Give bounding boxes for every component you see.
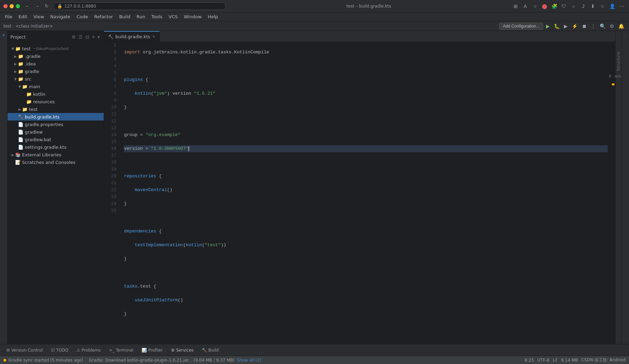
code-line-19: useJUnitPlatform() xyxy=(124,297,608,304)
search-btn[interactable]: 🔍 xyxy=(598,23,607,30)
bottom-tab-todo[interactable]: ☑ TODO xyxy=(48,346,72,355)
tree-item-settings-gradle[interactable]: 📄 settings.gradle.kts xyxy=(8,143,104,151)
cursor-position[interactable]: 8:25 xyxy=(525,358,534,363)
extension-icon[interactable]: 🧩 xyxy=(550,2,558,10)
code-area[interactable]: 1 2 3 4 5 6 7 8 9 10 11 12 13 14 15 16 1… xyxy=(104,42,615,344)
tree-item-gradlew[interactable]: 📄 gradlew xyxy=(8,128,104,136)
close-dot[interactable] xyxy=(3,4,8,8)
account-icon[interactable]: 👤 xyxy=(608,2,616,10)
git-branch[interactable]: CSDN @工技: Android xyxy=(581,357,626,363)
terminal-label: Terminal xyxy=(116,348,133,353)
tab-close-button[interactable]: ✕ xyxy=(152,34,155,39)
translate-icon[interactable]: A xyxy=(522,2,529,10)
menu-vcs[interactable]: VCS xyxy=(166,13,181,20)
vtab-more[interactable]: ⋮ xyxy=(622,32,629,39)
status-right: 8:25 UTF-8 LF 9.14 MB CSDN @工技: Android xyxy=(525,357,626,363)
menu-edit[interactable]: Edit xyxy=(16,13,30,20)
adblock-icon[interactable]: 🛡 xyxy=(560,2,568,10)
todo-icon: ☑ xyxy=(51,348,55,353)
sync-message[interactable]: Gradle sync started (5 minutes ago) xyxy=(8,358,83,363)
code-line-2 xyxy=(124,63,608,70)
tree-item-build-gradle[interactable]: 🔨 build.gradle.kts xyxy=(8,113,104,121)
url-bar[interactable]: 🔒 127.0.0.1:8880 xyxy=(53,2,226,10)
more-icon[interactable]: ⋯ xyxy=(618,2,626,10)
bottom-tab-services[interactable]: ⚙ Services xyxy=(167,346,197,355)
tree-item-gradle-props[interactable]: 📄 gradle.properties xyxy=(8,121,104,128)
encoding[interactable]: UTF-8 xyxy=(537,358,549,363)
tree-item-test[interactable]: ▼ 📁 test ~/IdeaProjects/test xyxy=(8,45,104,52)
menu-run[interactable]: Run xyxy=(134,13,148,20)
tree-item-external-libs[interactable]: ▶ 📚 External Libraries xyxy=(8,151,104,158)
sidebar-settings-btn[interactable]: ⚙ xyxy=(71,34,77,40)
menu-help[interactable]: Help xyxy=(205,13,221,20)
notifications-btn[interactable]: 🔔 xyxy=(617,23,626,30)
main-content: P Project ⚙ ☰ ⊟ ≡ ▾ ▼ 📁 test ~/IdeaProje… xyxy=(0,31,629,344)
tree-item-gradle[interactable]: ▶ 📁 .gradle xyxy=(8,52,104,60)
menu-code[interactable]: Code xyxy=(74,13,91,20)
tab-build-gradle[interactable]: 🔨 build.gradle.kts ✕ xyxy=(104,31,160,42)
tree-item-test-dir[interactable]: ▶ 📁 test xyxy=(8,105,104,113)
circle-icon[interactable]: ○ xyxy=(570,2,577,10)
star-icon[interactable]: ☆ xyxy=(599,2,606,10)
sidebar-list-btn[interactable]: ☰ xyxy=(78,34,84,40)
bookmark-icon[interactable]: ☆ xyxy=(531,2,539,10)
project-icon[interactable]: P xyxy=(1,32,7,39)
toolbar-icons: ⊞ A ☆ ⬤ 🧩 🛡 ○ J ⬇ ☆ 👤 ⋯ xyxy=(512,2,626,10)
tree-item-main[interactable]: ▼ 📁 main xyxy=(8,83,104,90)
status-bar: Gradle sync started (5 minutes ago) | Gr… xyxy=(0,356,629,364)
breadcrumb-project[interactable]: test xyxy=(3,24,11,29)
more-run-btn[interactable]: ⋮ xyxy=(589,23,597,30)
sidebar-dropdown-btn[interactable]: ▾ xyxy=(96,34,101,40)
jetbrains-icon[interactable]: J xyxy=(579,2,587,10)
forward-button[interactable]: → xyxy=(33,3,41,9)
code-editor[interactable]: import org.jetbrains.kotlin.gradle.tasks… xyxy=(121,42,611,344)
bottom-tab-version-control[interactable]: ⚙ Version Control xyxy=(3,346,46,355)
stop-button[interactable]: ⏹ xyxy=(580,23,588,30)
tree-item-kotlin[interactable]: 📁 kotlin xyxy=(8,90,104,98)
line-separator[interactable]: LF xyxy=(553,358,558,363)
settings-btn[interactable]: ⚙ xyxy=(608,23,616,30)
minimize-dot[interactable] xyxy=(10,4,14,8)
sidebar-gear-btn[interactable]: ≡ xyxy=(91,34,96,40)
breadcrumb-class[interactable]: <class initializer> xyxy=(16,24,53,29)
tree-item-gradlew-bat[interactable]: 📄 gradlew.bat xyxy=(8,136,104,143)
bottom-tab-problems[interactable]: ⚠ Problems xyxy=(73,346,104,355)
menu-file[interactable]: File xyxy=(2,13,15,20)
tree-item-scratches[interactable]: 📝 Scratches and Consoles xyxy=(8,158,104,166)
menu-view[interactable]: View xyxy=(31,13,47,20)
menu-navigate[interactable]: Navigate xyxy=(48,13,73,20)
coverage-button[interactable]: ▶ xyxy=(563,23,569,30)
maximize-dot[interactable] xyxy=(16,4,20,8)
structure-panel: Structure Bookmarks xyxy=(615,31,621,344)
sidebar-split-btn[interactable]: ⊟ xyxy=(84,34,90,40)
bottom-tab-build[interactable]: 🔨 Build xyxy=(198,346,222,355)
debug-button[interactable]: 🐛 xyxy=(553,23,561,30)
profile-button[interactable]: ⚡ xyxy=(570,23,579,30)
tree-item-idea[interactable]: ▶ 📁 .idea xyxy=(8,60,104,67)
stop-record-icon[interactable]: ⬤ xyxy=(541,2,548,10)
add-configuration-button[interactable]: Add Configuration... xyxy=(499,23,543,30)
sidebar-tools: ⚙ ☰ ⊟ ≡ ▾ xyxy=(71,34,101,40)
show-all[interactable]: Show all (2) xyxy=(237,358,261,363)
code-line-15: testImplementation(kotlin("test")) xyxy=(124,242,608,249)
menu-window[interactable]: Window xyxy=(181,13,204,20)
tree-item-resources[interactable]: 📁 resources xyxy=(8,98,104,105)
tree-item-gradle2[interactable]: ▶ 📁 gradle xyxy=(8,67,104,75)
sidebar-title: Project xyxy=(10,34,25,40)
back-button[interactable]: ← xyxy=(23,3,31,9)
window-title: test – build.gradle.kts xyxy=(228,4,509,9)
tree-item-src[interactable]: ▼ 📁 src xyxy=(8,75,104,83)
bottom-tab-profiler[interactable]: 📊 Profiler xyxy=(138,346,166,355)
download-icon[interactable]: ⬇ xyxy=(589,2,597,10)
refresh-button[interactable]: ↻ xyxy=(43,3,51,9)
version-control-label: Version Control xyxy=(11,348,43,353)
grid-icon[interactable]: ⊞ xyxy=(512,2,519,10)
profiler-icon: 📊 xyxy=(142,348,147,353)
menu-tools[interactable]: Tools xyxy=(149,13,165,20)
bottom-tab-terminal[interactable]: >_ Terminal xyxy=(105,346,137,355)
menu-refactor[interactable]: Refactor xyxy=(91,13,116,20)
sidebar-header: Project ⚙ ☰ ⊟ ≡ ▾ xyxy=(8,31,104,43)
run-button[interactable]: ▶ xyxy=(545,23,551,30)
nav-buttons: ← → ↻ xyxy=(23,3,51,9)
menu-build[interactable]: Build xyxy=(116,13,133,20)
